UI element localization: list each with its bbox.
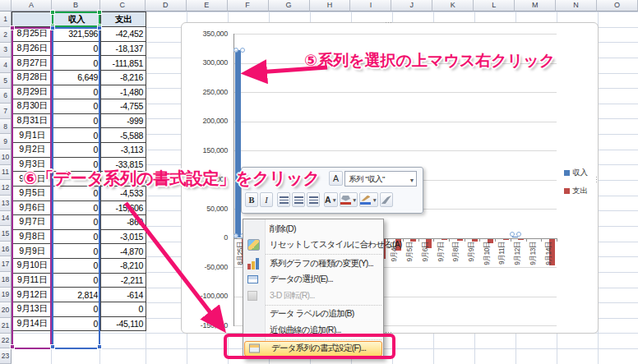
- cell-income[interactable]: 0: [53, 85, 101, 100]
- format-painter-button[interactable]: [380, 192, 393, 207]
- cell-date[interactable]: 9月11日: [12, 274, 53, 288]
- cell-income[interactable]: 0: [53, 143, 101, 158]
- chart-element-dropdown[interactable]: 系列 "収入" ▼: [344, 171, 417, 187]
- bold-button[interactable]: B: [245, 192, 258, 207]
- column-header-f[interactable]: F: [228, 0, 269, 12]
- cell-expense[interactable]: -3,113: [101, 143, 146, 158]
- column-header-e[interactable]: E: [187, 0, 228, 12]
- cell-income[interactable]: 6,649: [53, 71, 101, 85]
- row-header-7[interactable]: 7: [0, 104, 12, 119]
- range-corner-handle[interactable]: [10, 25, 15, 30]
- cell-income[interactable]: 0: [53, 114, 101, 129]
- column-header-n[interactable]: N: [556, 0, 597, 12]
- cell-date[interactable]: 9月14日: [12, 317, 53, 332]
- row-header-15[interactable]: 15: [0, 226, 12, 242]
- cell-date[interactable]: 8月27日: [12, 56, 53, 71]
- cell-expense[interactable]: -614: [101, 288, 146, 302]
- column-header-h[interactable]: H: [310, 0, 351, 12]
- cell-income[interactable]: 0: [53, 302, 101, 317]
- cell-expense[interactable]: -3,015: [101, 230, 146, 245]
- chart-resize-grip-right[interactable]: [595, 176, 599, 182]
- cell-expense-header[interactable]: 支出: [101, 12, 146, 27]
- cell-date[interactable]: 8月31日: [12, 114, 53, 129]
- row-header-11[interactable]: 11: [0, 165, 12, 181]
- legend-item[interactable]: 収入: [564, 168, 588, 178]
- range-corner-handle[interactable]: [97, 344, 102, 349]
- column-header-l[interactable]: L: [474, 0, 515, 12]
- cell-income[interactable]: 0: [53, 244, 101, 259]
- menu-item[interactable]: リセットしてスタイルに合わせる(A): [243, 237, 383, 254]
- column-header-c[interactable]: C: [100, 0, 146, 12]
- column-header-o[interactable]: O: [597, 0, 638, 12]
- cell-date[interactable]: 8月29日: [12, 85, 53, 100]
- row-header-14[interactable]: 14: [0, 211, 12, 227]
- range-corner-handle[interactable]: [97, 10, 102, 15]
- row-header-5[interactable]: 5: [0, 73, 12, 89]
- cell-expense[interactable]: -8,216: [101, 71, 146, 85]
- menu-item[interactable]: 削除(D): [243, 221, 383, 237]
- cell-income[interactable]: 0: [53, 42, 101, 57]
- range-corner-handle[interactable]: [50, 10, 55, 15]
- bar-expense[interactable]: [503, 239, 509, 241]
- cell-income[interactable]: 0: [53, 317, 101, 332]
- cell-expense[interactable]: -4,755: [101, 99, 146, 114]
- cell-expense[interactable]: -8,210: [101, 259, 146, 274]
- menu-item[interactable]: データの選択(E)...: [243, 272, 383, 288]
- row-header-10[interactable]: 10: [0, 150, 12, 165]
- cell-income[interactable]: 0: [53, 274, 101, 288]
- italic-button[interactable]: I: [260, 192, 273, 207]
- cell-date[interactable]: 9月12日: [12, 288, 53, 302]
- align-center-button[interactable]: [292, 192, 305, 207]
- cell-date[interactable]: 9月7日: [12, 215, 53, 230]
- row-header-23[interactable]: 23: [0, 348, 12, 364]
- cell-a1[interactable]: [12, 12, 53, 27]
- legend-item[interactable]: 支出: [564, 186, 588, 196]
- cell-date[interactable]: 8月26日: [12, 42, 53, 57]
- column-header-d[interactable]: D: [146, 0, 187, 12]
- cell-date[interactable]: 9月9日: [12, 244, 53, 259]
- cell-date[interactable]: 9月2日: [12, 143, 53, 158]
- row-header-16[interactable]: 16: [0, 242, 12, 257]
- column-header-i[interactable]: I: [350, 0, 391, 12]
- row-header-21[interactable]: 21: [0, 318, 12, 334]
- font-color-button[interactable]: A▼: [324, 192, 338, 207]
- cell-income[interactable]: 321,596: [53, 27, 101, 42]
- cell-date[interactable]: 9月1日: [12, 128, 53, 143]
- column-header-g[interactable]: G: [269, 0, 310, 12]
- range-corner-handle[interactable]: [10, 344, 15, 349]
- cell-expense[interactable]: -999: [101, 114, 146, 129]
- cell-expense[interactable]: -5,588: [101, 128, 146, 143]
- column-header-b[interactable]: B: [52, 0, 100, 12]
- row-header-17[interactable]: 17: [0, 256, 12, 272]
- row-header-18[interactable]: 18: [0, 272, 12, 288]
- row-header-20[interactable]: 20: [0, 302, 12, 318]
- cell-expense[interactable]: -869: [101, 215, 146, 230]
- cell-date[interactable]: 8月30日: [12, 99, 53, 114]
- cell-income[interactable]: 0: [53, 230, 101, 245]
- cell-date[interactable]: 8月28日: [12, 71, 53, 85]
- cell-expense[interactable]: -4,870: [101, 244, 146, 259]
- cell-expense[interactable]: -111,851: [101, 56, 146, 71]
- cell-income-header[interactable]: 収入: [53, 12, 101, 27]
- row-header-12[interactable]: 12: [0, 180, 12, 196]
- cell-income[interactable]: 2,814: [53, 288, 101, 302]
- cell-income[interactable]: 0: [53, 99, 101, 114]
- column-header-k[interactable]: K: [432, 0, 474, 12]
- bar-expense[interactable]: [457, 239, 463, 241]
- cell-expense[interactable]: -15,606: [101, 201, 146, 216]
- align-left-button[interactable]: [277, 192, 290, 207]
- row-header-8[interactable]: 8: [0, 119, 12, 135]
- cell-date[interactable]: 9月10日: [12, 259, 53, 274]
- cell-date[interactable]: 9月8日: [12, 230, 53, 245]
- chart-resize-grip-top[interactable]: [385, 21, 391, 25]
- range-corner-handle[interactable]: [97, 25, 102, 30]
- cell-expense[interactable]: -18,137: [101, 42, 146, 57]
- cell-expense[interactable]: -2,211: [101, 274, 146, 288]
- row-header-19[interactable]: 19: [0, 288, 12, 303]
- cell-date[interactable]: 8月25日: [12, 27, 53, 42]
- row-header-4[interactable]: 4: [0, 58, 12, 73]
- select-all-corner[interactable]: [0, 0, 12, 12]
- cell-date[interactable]: 9月6日: [12, 201, 53, 216]
- range-corner-handle[interactable]: [50, 25, 55, 30]
- row-header-6[interactable]: 6: [0, 89, 12, 104]
